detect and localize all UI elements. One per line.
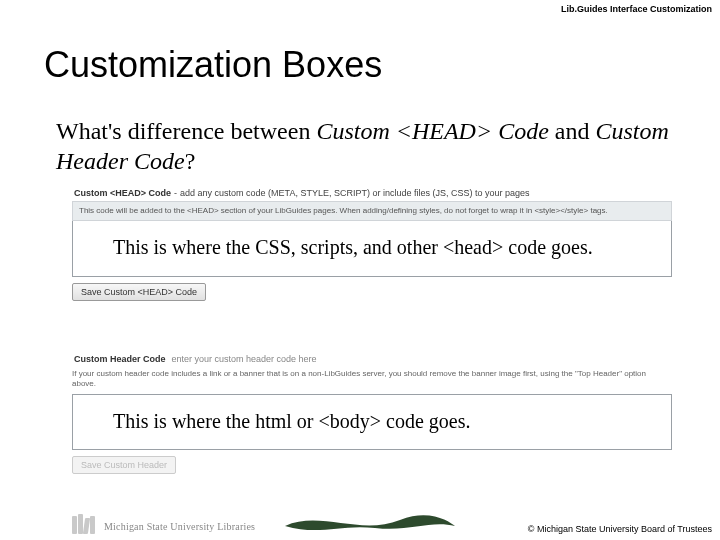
header-code-textarea[interactable]: This is where the html or <body> code go…: [72, 394, 672, 450]
custom-head-code-panel: Custom <HEAD> Code-add any custom code (…: [72, 186, 672, 301]
panel-helper-text: This code will be added to the <HEAD> se…: [72, 201, 672, 221]
save-header-code-button[interactable]: Save Custom Header: [72, 456, 176, 474]
page-header-label: Lib.Guides Interface Customization: [561, 4, 712, 14]
question-term-1: Custom <HEAD> Code: [316, 118, 548, 144]
head-code-textarea[interactable]: This is where the CSS, scripts, and othe…: [72, 221, 672, 277]
panel-title: Custom <HEAD> Code: [74, 188, 171, 198]
swoosh-icon: [280, 502, 460, 538]
copyright-text: © Michigan State University Board of Tru…: [528, 524, 712, 534]
question-prefix: What's difference between: [56, 118, 316, 144]
question-text: What's difference between Custom <HEAD> …: [56, 116, 680, 176]
panel-title-bar: Custom <HEAD> Code-add any custom code (…: [72, 186, 672, 201]
panel-title: Custom Header Code: [74, 354, 166, 364]
footer: Michigan State University Libraries © Mi…: [0, 504, 720, 540]
page-title: Customization Boxes: [44, 44, 382, 86]
books-icon: [72, 514, 98, 534]
panel-title-bar: Custom Header Codeenter your custom head…: [72, 352, 672, 367]
question-mid: and: [549, 118, 596, 144]
question-suffix: ?: [185, 148, 196, 174]
panel-helper-text: If your custom header code includes a li…: [72, 367, 672, 392]
panel-hint: enter your custom header code here: [172, 354, 317, 364]
footer-logo-text: Michigan State University Libraries: [104, 521, 255, 532]
save-head-code-button[interactable]: Save Custom <HEAD> Code: [72, 283, 206, 301]
custom-header-code-panel: Custom Header Codeenter your custom head…: [72, 352, 672, 474]
panel-subtitle: add any custom code (META, STYLE, SCRIPT…: [180, 188, 529, 198]
